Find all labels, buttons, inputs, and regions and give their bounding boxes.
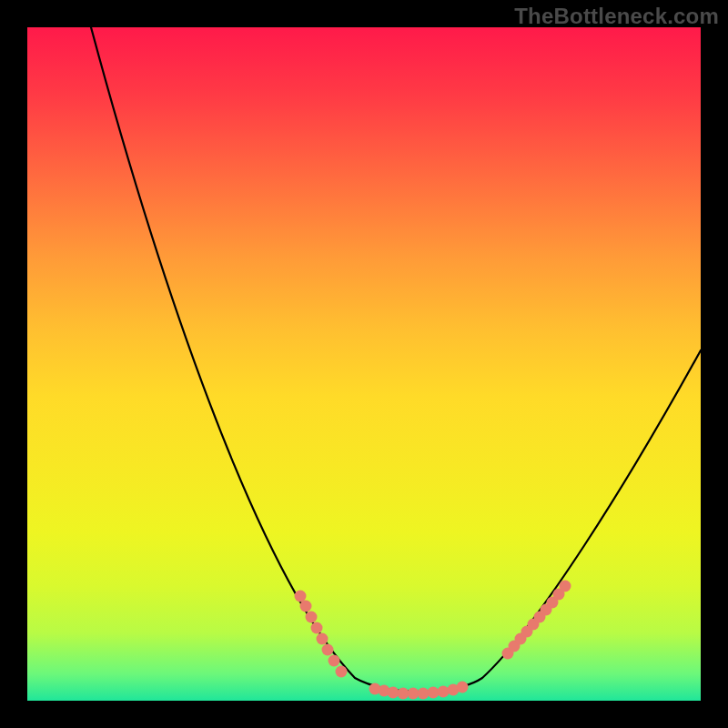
bottleneck-curve xyxy=(91,27,701,692)
highlight-dot xyxy=(560,581,571,592)
highlight-dots-group xyxy=(295,581,571,700)
chart-frame: TheBottleneck.com xyxy=(0,0,728,728)
highlight-dot xyxy=(295,591,307,602)
watermark-label: TheBottleneck.com xyxy=(514,4,719,29)
highlight-dot xyxy=(322,644,334,656)
plot-area xyxy=(27,27,701,701)
highlight-dot xyxy=(457,682,469,693)
highlight-dot xyxy=(300,601,312,612)
highlight-dot xyxy=(311,622,323,634)
highlight-dot xyxy=(317,633,329,645)
highlight-dot xyxy=(306,612,318,623)
highlight-dot xyxy=(428,687,440,699)
highlight-dot xyxy=(336,666,348,678)
chart-svg xyxy=(27,27,701,701)
highlight-dot xyxy=(329,655,340,667)
highlight-dot xyxy=(388,687,399,699)
highlight-dot xyxy=(418,688,430,700)
highlight-dot xyxy=(438,686,450,698)
